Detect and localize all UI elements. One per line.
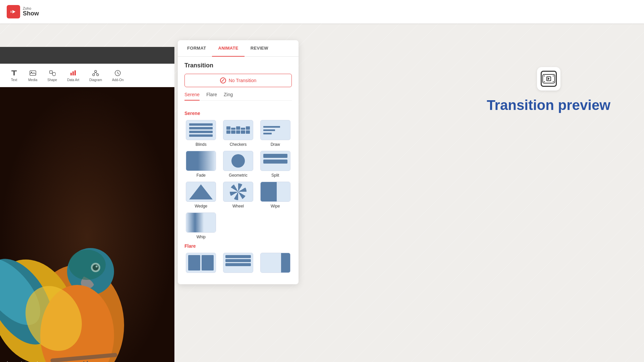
slide-panel: Text Media Shape <box>0 0 174 362</box>
data-art-label: Data Art <box>67 78 79 82</box>
shape-icon <box>48 69 56 77</box>
checkers-thumb <box>223 120 253 140</box>
checkers-preview <box>226 126 250 134</box>
flare-transition-grid <box>184 253 292 275</box>
whip-preview <box>186 213 216 232</box>
toolbar-item-diagram[interactable]: Diagram <box>89 69 102 82</box>
split-thumb <box>260 151 290 171</box>
shape-label: Shape <box>47 78 57 82</box>
transition-item-flare1[interactable] <box>184 253 218 275</box>
flare3-thumb <box>260 253 290 273</box>
svg-line-15 <box>94 72 96 74</box>
fade-thumb <box>186 151 216 171</box>
transition-item-flare3[interactable] <box>259 253 292 275</box>
preview-area: Transition preview <box>487 67 610 113</box>
svg-rect-4 <box>13 71 15 75</box>
toolbar-item-text[interactable]: Text <box>10 69 18 82</box>
film-dot-tl <box>544 75 545 76</box>
film-dot-br <box>553 81 554 82</box>
sub-tab-serene[interactable]: Serene <box>184 92 200 101</box>
serene-transition-grid: Blinds Checkers <box>184 120 292 208</box>
film-dot-tr <box>553 75 554 76</box>
svg-rect-7 <box>50 71 52 73</box>
slide-text-overlay: fe, my photography creatures, telling <box>7 360 41 362</box>
draw-thumb <box>260 120 290 140</box>
transition-item-wheel[interactable]: Wheel <box>222 182 255 208</box>
svg-line-16 <box>96 72 97 74</box>
transition-item-wedge[interactable]: Wedge <box>184 182 218 208</box>
split-preview <box>261 151 290 171</box>
sub-tabs: Serene Flare Zing <box>184 92 292 101</box>
transition-item-fade[interactable]: Fade <box>184 151 218 178</box>
toolbar-item-media[interactable]: Media <box>28 69 37 82</box>
toolbar-item-addon[interactable]: Add-On <box>112 69 123 82</box>
flare-section-label: Flare <box>184 243 292 249</box>
film-dot-bl <box>544 81 545 82</box>
transition-panel: FORMAT ANIMATE REVIEW Transition No Tran… <box>178 40 299 284</box>
transition-item-geometric[interactable]: Geometric <box>222 151 255 178</box>
toolbar-item-shape[interactable]: Shape <box>47 69 57 82</box>
no-transition-button[interactable]: No Transition <box>184 74 292 87</box>
transition-header-area: Transition No Transition Serene Flare Zi… <box>178 57 299 111</box>
blinds-preview <box>189 123 213 137</box>
svg-point-29 <box>69 250 106 280</box>
wipe-preview <box>261 182 290 201</box>
wheel-preview <box>229 183 247 201</box>
wheel-thumb <box>223 182 253 202</box>
tab-format[interactable]: FORMAT <box>181 40 212 57</box>
wipe-name: Wipe <box>271 204 280 208</box>
svg-point-12 <box>95 70 97 72</box>
svg-rect-11 <box>74 70 76 75</box>
no-transition-icon <box>220 77 226 83</box>
preview-title: Transition preview <box>487 97 610 113</box>
text-icon <box>10 69 18 77</box>
transition-item-blinds[interactable]: Blinds <box>184 120 218 147</box>
insert-toolbar: Text Media Shape <box>0 64 174 87</box>
toolbar-item-data-art[interactable]: Data Art <box>67 69 79 82</box>
transition-item-draw[interactable]: Draw <box>259 120 292 147</box>
header: Zoho Show <box>0 0 644 23</box>
logo-show-text: Show <box>23 10 39 17</box>
transition-item-wipe[interactable]: Wipe <box>259 182 292 208</box>
transition-item-split[interactable]: Split <box>259 151 292 178</box>
blinds-thumb <box>186 120 216 140</box>
play-square-icon <box>546 76 551 81</box>
tab-animate[interactable]: ANIMATE <box>212 40 244 57</box>
sub-tab-flare[interactable]: Flare <box>206 92 217 101</box>
transition-item-flare2[interactable] <box>222 253 255 275</box>
svg-point-8 <box>52 72 56 76</box>
geometric-name: Geometric <box>229 173 247 178</box>
wheel-name: Wheel <box>232 204 244 208</box>
transition-item-checkers[interactable]: Checkers <box>222 120 255 147</box>
diagram-label: Diagram <box>89 78 102 82</box>
geometric-thumb <box>223 151 253 171</box>
toolbar-dark-strip <box>0 47 174 64</box>
geometric-preview <box>231 154 245 168</box>
transition-item-whip[interactable]: Whip <box>184 213 218 239</box>
parrot-background: fe, my photography creatures, telling <box>0 87 174 362</box>
play-triangle-icon <box>548 77 550 80</box>
split-name: Split <box>271 173 279 178</box>
text-label: Text <box>11 78 17 82</box>
slide-content: fe, my photography creatures, telling <box>0 87 174 362</box>
whip-thumb <box>186 213 216 233</box>
diagram-icon <box>92 69 100 77</box>
draw-name: Draw <box>271 142 280 147</box>
sub-tab-zing[interactable]: Zing <box>224 92 233 101</box>
slide-text-line1: fe, my photography <box>7 361 41 362</box>
addon-label: Add-On <box>112 78 123 82</box>
svg-rect-10 <box>72 71 74 75</box>
tab-review[interactable]: REVIEW <box>245 40 274 57</box>
svg-rect-3 <box>11 70 17 71</box>
transition-title: Transition <box>184 62 292 69</box>
whip-name: Whip <box>197 235 206 239</box>
preview-icon-inner <box>541 71 557 87</box>
film-frame-icon <box>542 74 555 83</box>
data-art-icon <box>69 69 77 77</box>
transition-scroll-area[interactable]: Serene Blinds Checkers <box>178 111 299 284</box>
flare1-preview <box>186 253 216 273</box>
logo-text: Zoho Show <box>23 6 39 17</box>
preview-title-part1: Transition <box>487 97 558 113</box>
flare1-thumb <box>186 253 216 273</box>
preview-title-part2: preview <box>558 97 610 113</box>
